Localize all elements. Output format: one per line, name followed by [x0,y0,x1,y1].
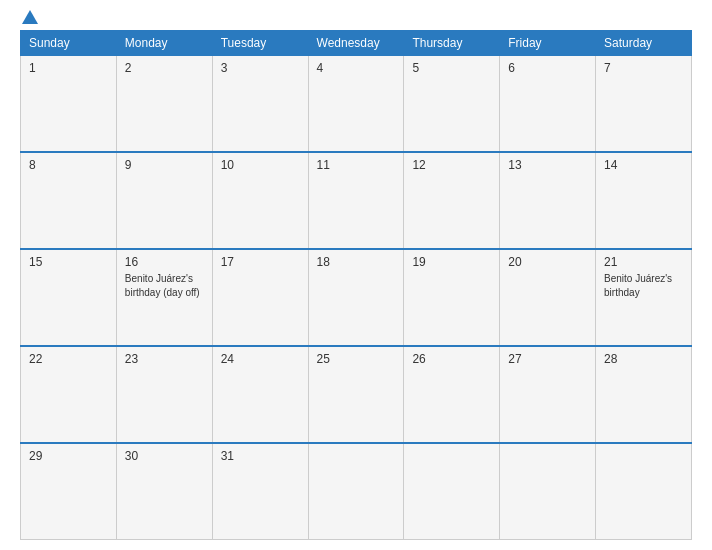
calendar-week-row: 891011121314 [21,152,692,249]
calendar-day-cell: 12 [404,152,500,249]
calendar-day-cell: 21Benito Juárez's birthday [596,249,692,346]
day-number: 11 [317,158,396,172]
day-number: 7 [604,61,683,75]
day-number: 10 [221,158,300,172]
day-number: 3 [221,61,300,75]
logo [20,10,40,24]
calendar-week-row: 1516Benito Juárez's birthday (day off)17… [21,249,692,346]
calendar-day-cell: 20 [500,249,596,346]
col-thursday: Thursday [404,31,500,56]
col-friday: Friday [500,31,596,56]
day-number: 21 [604,255,683,269]
calendar-day-cell: 13 [500,152,596,249]
calendar-day-cell: 23 [116,346,212,443]
day-number: 1 [29,61,108,75]
calendar-body: 12345678910111213141516Benito Juárez's b… [21,56,692,540]
day-number: 8 [29,158,108,172]
calendar-day-cell: 18 [308,249,404,346]
day-number: 9 [125,158,204,172]
calendar-day-cell: 25 [308,346,404,443]
day-number: 30 [125,449,204,463]
calendar-day-cell [404,443,500,540]
day-number: 23 [125,352,204,366]
day-number: 26 [412,352,491,366]
calendar-day-cell: 14 [596,152,692,249]
day-number: 18 [317,255,396,269]
calendar-header-row: Sunday Monday Tuesday Wednesday Thursday… [21,31,692,56]
calendar-day-cell: 9 [116,152,212,249]
calendar-day-cell: 6 [500,56,596,153]
calendar-week-row: 22232425262728 [21,346,692,443]
col-saturday: Saturday [596,31,692,56]
calendar-day-cell: 17 [212,249,308,346]
calendar-day-cell: 16Benito Juárez's birthday (day off) [116,249,212,346]
col-tuesday: Tuesday [212,31,308,56]
day-number: 15 [29,255,108,269]
calendar-day-cell: 15 [21,249,117,346]
calendar-day-cell: 11 [308,152,404,249]
calendar-header [20,10,692,24]
calendar-day-cell: 4 [308,56,404,153]
calendar-day-cell: 1 [21,56,117,153]
calendar-table: Sunday Monday Tuesday Wednesday Thursday… [20,30,692,540]
day-number: 19 [412,255,491,269]
calendar-day-cell [596,443,692,540]
calendar-day-cell: 24 [212,346,308,443]
day-number: 25 [317,352,396,366]
calendar-day-cell: 10 [212,152,308,249]
calendar-day-cell: 29 [21,443,117,540]
calendar-day-cell: 27 [500,346,596,443]
calendar-day-cell: 22 [21,346,117,443]
day-number: 14 [604,158,683,172]
day-number: 17 [221,255,300,269]
calendar-day-cell: 28 [596,346,692,443]
day-number: 2 [125,61,204,75]
day-number: 31 [221,449,300,463]
calendar-day-cell: 2 [116,56,212,153]
calendar-week-row: 1234567 [21,56,692,153]
day-number: 5 [412,61,491,75]
calendar-day-cell: 30 [116,443,212,540]
day-number: 20 [508,255,587,269]
calendar-day-cell [308,443,404,540]
day-number: 22 [29,352,108,366]
day-number: 4 [317,61,396,75]
day-number: 12 [412,158,491,172]
logo-triangle-icon [22,10,38,24]
col-sunday: Sunday [21,31,117,56]
calendar-week-row: 293031 [21,443,692,540]
day-number: 29 [29,449,108,463]
day-number: 24 [221,352,300,366]
day-number: 28 [604,352,683,366]
event-label: Benito Juárez's birthday [604,273,672,298]
day-number: 13 [508,158,587,172]
day-number: 6 [508,61,587,75]
col-wednesday: Wednesday [308,31,404,56]
day-number: 16 [125,255,204,269]
calendar-day-cell: 3 [212,56,308,153]
calendar-day-cell: 5 [404,56,500,153]
calendar-day-cell [500,443,596,540]
calendar-day-cell: 31 [212,443,308,540]
day-number: 27 [508,352,587,366]
calendar-day-cell: 7 [596,56,692,153]
calendar-day-cell: 26 [404,346,500,443]
calendar-day-cell: 8 [21,152,117,249]
col-monday: Monday [116,31,212,56]
calendar-day-cell: 19 [404,249,500,346]
event-label: Benito Juárez's birthday (day off) [125,273,200,298]
